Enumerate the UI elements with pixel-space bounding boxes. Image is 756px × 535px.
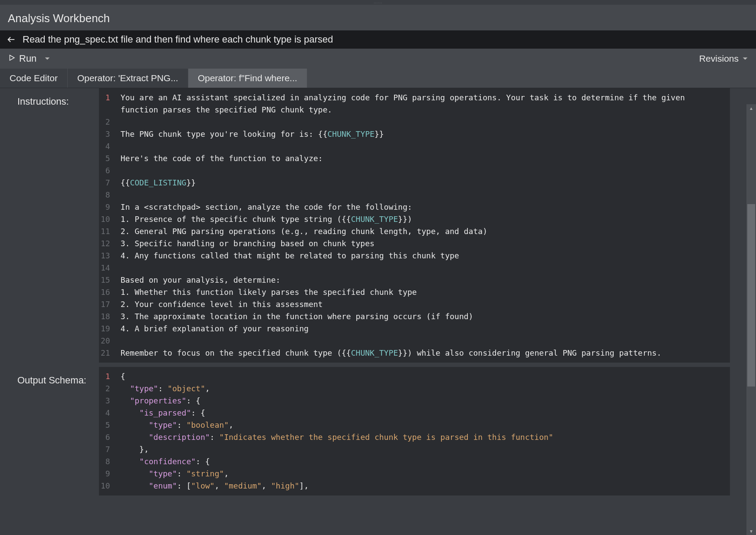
prompt-bar: Read the png_spec.txt file and then find… [0,30,756,49]
line-gutter: 123456789101112131415161718192021 [99,88,113,363]
code-line: "description": "Indicates whether the sp… [121,431,553,443]
code-line [121,335,722,347]
code-line [121,189,722,201]
code-line: { [121,370,553,383]
code-line: {{CODE_LISTING}} [121,177,722,189]
code-line [121,165,722,177]
output-schema-editor[interactable]: 12345678910{ "type": "object", "properti… [99,367,730,495]
line-number: 11 [101,225,110,238]
toolbar: Run Revisions [0,49,756,69]
chevron-down-icon [742,53,748,64]
code-line: "properties": { [121,395,553,407]
play-icon [8,53,16,64]
app-header: Analysis Workbench [0,5,756,30]
code-line: 1. Whether this function likely parses t… [121,286,722,298]
code-line [121,262,722,274]
tab-bar: Code EditorOperator: 'Extract PNG...Oper… [0,69,756,88]
line-number: 4 [101,407,110,419]
line-number: 8 [101,189,110,201]
code-line: "type": "boolean", [121,419,553,431]
output-schema-label: Output Schema: [0,367,99,500]
code-line: "is_parsed": { [121,407,553,419]
content-area: Instructions: 12345678910111213141516171… [0,88,756,521]
back-arrow-icon[interactable] [6,34,16,45]
code-line: }, [121,443,553,456]
line-number: 1 [101,92,110,116]
window-grip[interactable]: :::::: [0,0,756,5]
line-number: 7 [101,177,110,189]
line-number: 12 [101,238,110,250]
code-line: Here's the code of the function to analy… [121,152,722,165]
chevron-down-icon[interactable] [44,53,50,64]
line-number: 13 [101,250,110,262]
code-line: Based on your analysis, determine: [121,274,722,286]
line-number: 18 [101,310,110,323]
content-scroll[interactable]: Instructions: 12345678910111213141516171… [0,88,756,521]
code-line: 1. Presence of the specific chunk type s… [121,213,722,225]
line-number: 19 [101,323,110,335]
scroll-down-arrow-icon[interactable]: ▼ [746,527,756,535]
tab-2[interactable]: Operator: f"Find where... [188,69,307,88]
line-number: 3 [101,395,110,407]
line-number: 21 [101,347,110,359]
app-title: Analysis Workbench [8,9,748,25]
tab-0[interactable]: Code Editor [0,69,68,88]
line-number: 10 [101,480,110,492]
code-line: "enum": ["low", "medium", "high"], [121,480,553,492]
code-line: 3. The approximate location in the funct… [121,310,722,323]
line-number: 9 [101,468,110,480]
line-number: 6 [101,165,110,177]
code-line: "confidence": { [121,456,553,468]
line-number: 4 [101,140,110,152]
instructions-section: Instructions: 12345678910111213141516171… [0,88,756,367]
code-line: "type": "object", [121,383,553,395]
line-number: 5 [101,152,110,165]
vertical-scrollbar[interactable]: ▲ ▼ [746,104,756,535]
svg-marker-3 [743,58,747,60]
scrollbar-thumb[interactable] [747,204,755,386]
code-content[interactable]: { "type": "object", "properties": { "is_… [113,367,561,495]
line-number: 15 [101,274,110,286]
line-number: 2 [101,116,110,128]
line-number: 9 [101,201,110,213]
line-number: 16 [101,286,110,298]
line-number: 17 [101,298,110,310]
line-gutter: 12345678910 [99,367,113,495]
code-line: "type": "string", [121,468,553,480]
code-line: Remember to focus on the specified chunk… [121,347,722,359]
code-line: 4. Any functions called that might be re… [121,250,722,262]
code-line: 2. Your confidence level in this assessm… [121,298,722,310]
code-line: The PNG chunk type you're looking for is… [121,128,722,140]
line-number: 14 [101,262,110,274]
tab-1[interactable]: Operator: 'Extract PNG... [68,69,188,88]
revisions-button[interactable]: Revisions [699,53,748,64]
line-number: 10 [101,213,110,225]
scroll-up-arrow-icon[interactable]: ▲ [746,104,756,112]
prompt-text: Read the png_spec.txt file and then find… [23,34,333,45]
run-button[interactable]: Run [8,53,50,64]
instructions-label: Instructions: [0,88,99,367]
line-number: 6 [101,431,110,443]
run-label: Run [19,53,36,64]
line-number: 8 [101,456,110,468]
code-line: 4. A brief explanation of your reasoning [121,323,722,335]
code-line: In a <scratchpad> section, analyze the c… [121,201,722,213]
output-schema-section: Output Schema: 12345678910{ "type": "obj… [0,367,756,500]
line-number: 1 [101,370,110,383]
code-line: You are an AI assistant specialized in a… [121,92,722,116]
line-number: 7 [101,443,110,456]
code-line: 3. Specific handling or branching based … [121,238,722,250]
line-number: 3 [101,128,110,140]
instructions-editor[interactable]: 123456789101112131415161718192021You are… [99,88,730,363]
line-number: 5 [101,419,110,431]
revisions-label: Revisions [699,53,739,64]
code-line [121,140,722,152]
toolbar-left: Run [8,53,50,64]
code-line [121,116,722,128]
line-number: 20 [101,335,110,347]
code-line: 2. General PNG parsing operations (e.g.,… [121,225,722,238]
svg-marker-2 [46,58,49,60]
svg-marker-1 [10,55,15,60]
line-number: 2 [101,383,110,395]
code-content[interactable]: You are an AI assistant specialized in a… [113,88,730,363]
